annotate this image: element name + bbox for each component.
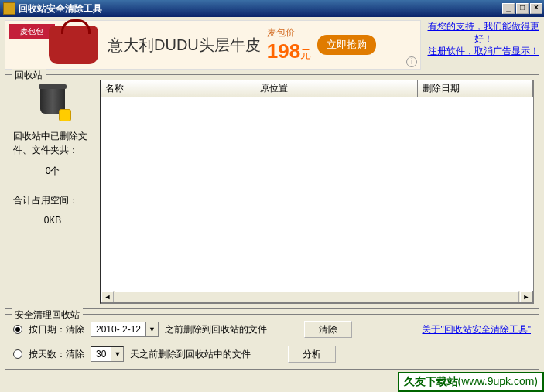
date-picker[interactable]: 2010- 2-12 ▼ bbox=[91, 322, 159, 337]
clean-legend: 安全清理回收站 bbox=[12, 308, 83, 322]
minimize-button[interactable]: _ bbox=[502, 3, 515, 14]
scroll-right-arrow[interactable]: ► bbox=[520, 291, 532, 302]
ad-info-icon[interactable]: i bbox=[406, 56, 417, 67]
clear-button[interactable]: 清除 bbox=[304, 321, 352, 338]
scroll-thumb[interactable] bbox=[115, 291, 519, 302]
ad-area: 麦包包 意大利DUDU头层牛皮 麦包价 198元 立即抢购 i 有您的支持，我们… bbox=[5, 20, 539, 70]
watermark-url: (www.9upk.com) bbox=[458, 375, 538, 387]
days-value: 30 bbox=[91, 349, 111, 360]
ad-product-image bbox=[49, 26, 98, 64]
by-date-label: 按日期：清除 bbox=[29, 323, 84, 336]
by-days-label: 按天数：清除 bbox=[29, 348, 84, 361]
list-body bbox=[101, 97, 533, 291]
ad-price-number: 198 bbox=[267, 39, 300, 63]
watermark: 久友下载站(www.9upk.com) bbox=[398, 372, 544, 392]
analyze-button[interactable]: 分析 bbox=[288, 346, 336, 363]
scroll-left-arrow[interactable]: ◄ bbox=[101, 291, 114, 302]
maximize-button[interactable]: □ bbox=[516, 3, 529, 14]
ad-links: 有您的支持，我们能做得更好！ 注册软件，取消广告显示！ bbox=[427, 20, 539, 70]
deleted-files-count: 0个 bbox=[13, 165, 92, 178]
list-header: 名称 原位置 删除日期 bbox=[101, 80, 533, 97]
clean-fieldset: 安全清理回收站 按日期：清除 2010- 2-12 ▼ 之前删除到回收站的文件 … bbox=[5, 314, 539, 370]
ad-buy-button[interactable]: 立即抢购 bbox=[317, 35, 376, 55]
deleted-files-label: 回收站中已删除文件、文件夹共： bbox=[13, 129, 92, 157]
date-value: 2010- 2-12 bbox=[91, 324, 145, 335]
app-icon bbox=[3, 2, 15, 15]
by-date-suffix: 之前删除到回收站的文件 bbox=[165, 323, 267, 336]
support-link[interactable]: 有您的支持，我们能做得更好！ bbox=[427, 20, 539, 45]
recycle-legend: 回收站 bbox=[12, 69, 46, 82]
watermark-site: 久友下载站 bbox=[404, 375, 458, 387]
window-titlebar: 回收站安全清除工具 _ □ × bbox=[0, 0, 544, 17]
ad-banner[interactable]: 麦包包 意大利DUDU头层牛皮 麦包价 198元 立即抢购 i bbox=[5, 20, 421, 70]
recycle-sidebar: 回收站中已删除文件、文件夹共： 0个 合计占用空间： 0KB bbox=[10, 80, 95, 304]
chevron-down-icon[interactable]: ▼ bbox=[145, 322, 158, 336]
window-title: 回收站安全清除工具 bbox=[19, 2, 502, 15]
column-name[interactable]: 名称 bbox=[101, 80, 255, 97]
by-date-radio[interactable] bbox=[13, 325, 22, 334]
column-date[interactable]: 删除日期 bbox=[418, 80, 533, 97]
register-link[interactable]: 注册软件，取消广告显示！ bbox=[427, 45, 539, 57]
chevron-down-icon[interactable]: ▼ bbox=[111, 347, 123, 361]
ad-text: 意大利DUDU头层牛皮 bbox=[108, 35, 261, 56]
days-picker[interactable]: 30 ▼ bbox=[91, 346, 124, 362]
horizontal-scrollbar[interactable]: ◄ ► bbox=[101, 291, 533, 303]
by-days-suffix: 天之前删除到回收站中的文件 bbox=[130, 348, 251, 361]
close-button[interactable]: × bbox=[530, 3, 542, 14]
ad-price-unit: 元 bbox=[300, 48, 311, 60]
ad-price-label: 麦包价 bbox=[267, 27, 295, 38]
recycle-bin-icon bbox=[36, 86, 70, 120]
space-used-value: 0KB bbox=[13, 215, 92, 226]
file-list: 名称 原位置 删除日期 ◄ ► bbox=[100, 80, 534, 304]
about-link[interactable]: 关于"回收站安全清除工具" bbox=[422, 323, 531, 336]
ad-price: 麦包价 198元 bbox=[267, 26, 311, 63]
column-location[interactable]: 原位置 bbox=[255, 80, 418, 97]
by-days-radio[interactable] bbox=[13, 349, 22, 359]
ad-logo: 麦包包 bbox=[9, 24, 55, 39]
space-used-label: 合计占用空间： bbox=[13, 193, 92, 207]
lock-icon bbox=[59, 109, 71, 121]
recycle-fieldset: 回收站 回收站中已删除文件、文件夹共： 0个 合计占用空间： 0KB 名称 原位… bbox=[5, 74, 539, 309]
